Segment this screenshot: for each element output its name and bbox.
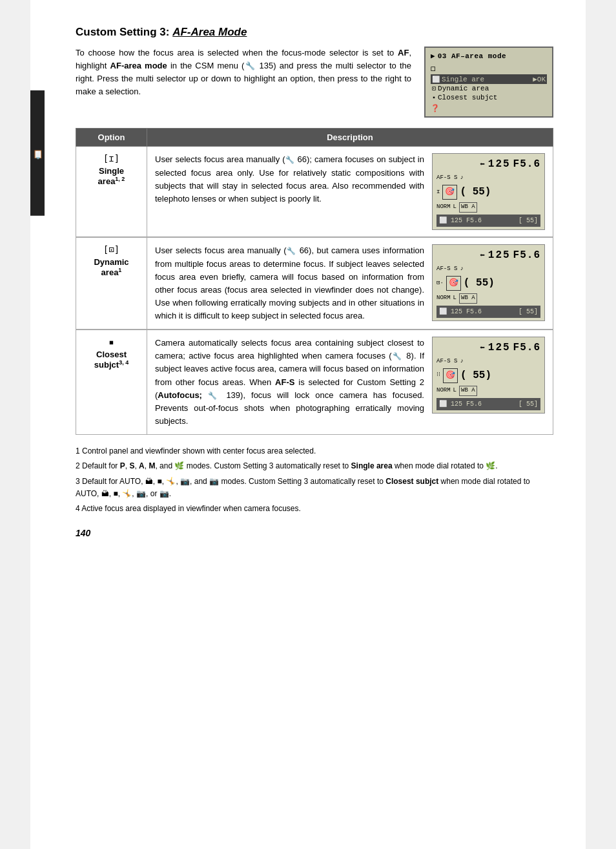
dynamic-area-label: Dynamicarea1 [84,257,139,277]
footnote-1: 1 Control panel and viewfinder shown wit… [76,445,553,457]
option-cell-dynamic: [⊡] Dynamicarea1 [76,237,147,330]
lcd-item-closest: ▪ Closest subjct [431,93,547,102]
lcd-panel: ▶ 03 AF–area mode ◻ ⬜ Single are ▶OK ⊡ D… [424,47,553,118]
vf-focus-box: 🎯 [442,185,457,200]
vf-single: ⬅ 125 F5.6 AF-S S ♪ ɪ 🎯 [432,153,545,230]
vf-closest: ⬅ 125 F5.6 AF-S S ♪ ⁝⁝ 🎯 [432,337,545,414]
table-row: ▪ Closestsubjct3, 4 Camera automatically… [76,330,553,434]
desc-cell-dynamic: User selects focus area manually (🔧 66),… [147,237,553,330]
vf-bottom-closest: ⬜ 125 F5.6 [ 55] [436,398,540,411]
lcd-item-single: ⬜ Single are ▶OK [431,74,547,84]
vf-focus-box-dyn: 🎯 [446,276,461,291]
desc-cell-single: User selects focus area manually (🔧 66);… [147,147,553,237]
footnote-4: 4 Active focus area displayed in viewfin… [76,503,553,515]
option-cell-closest: ▪ Closestsubjct3, 4 [76,330,147,434]
side-tab-text: Menu Guide—Custom Settings [46,100,54,206]
header-description: Description [147,129,553,147]
vf-dynamic: ⬅ 125 F5.6 AF-S S ♪ ⊡· 🎯 [432,244,545,321]
table-row: [ɪ] Singlearea1, 2 User selects focus ar… [76,147,553,237]
closest-icon: ▪ [84,337,139,347]
single-area-label: Singlearea1, 2 [84,166,139,186]
table-header-row: Option Description [76,129,553,147]
desc-cell-closest: Camera automatically selects focus area … [147,330,553,434]
menu-icon: 📋 [33,149,43,160]
single-area-icon: [ɪ] [84,153,139,163]
closest-label: Closestsubjct3, 4 [84,350,139,370]
footnote-2: 2 Default for P, S, A, M, and 🌿 modes. C… [76,460,553,472]
page-title: Custom Setting 3: AF-Area Mode [76,26,553,39]
table-row: [⊡] Dynamicarea1 User selects focus area… [76,237,553,330]
intro-text: To choose how the focus area is selected… [76,47,411,118]
vf-bottom-dynamic: ⬜ 125 F5.6 [ 55] [436,306,540,319]
vf-bottom-single: ⬜ 125 F5.6 [ 55] [436,215,540,227]
footnote-3: 3 Default for AUTO, 🏔, ■, 🤸, 📷, and 📷 mo… [76,476,553,500]
option-cell-single: [ɪ] Singlearea1, 2 [76,147,147,237]
intro-section: To choose how the focus area is selected… [76,47,553,118]
footnotes: 1 Control panel and viewfinder shown wit… [76,445,553,515]
side-tab: 📋 Menu Guide—Custom Settings [30,90,45,216]
lcd-item-dynamic: ⊡ Dynamic area [431,84,547,93]
lcd-title-row: ▶ 03 AF–area mode [431,52,547,61]
page: 📋 Menu Guide—Custom Settings Custom Sett… [30,0,586,849]
dynamic-area-icon: [⊡] [84,244,139,255]
page-number: 140 [76,528,553,538]
vf-focus-box-cls: 🎯 [443,368,458,383]
option-table: Option Description [ɪ] Singlearea1, 2 Us… [76,128,553,435]
header-option: Option [76,129,147,147]
